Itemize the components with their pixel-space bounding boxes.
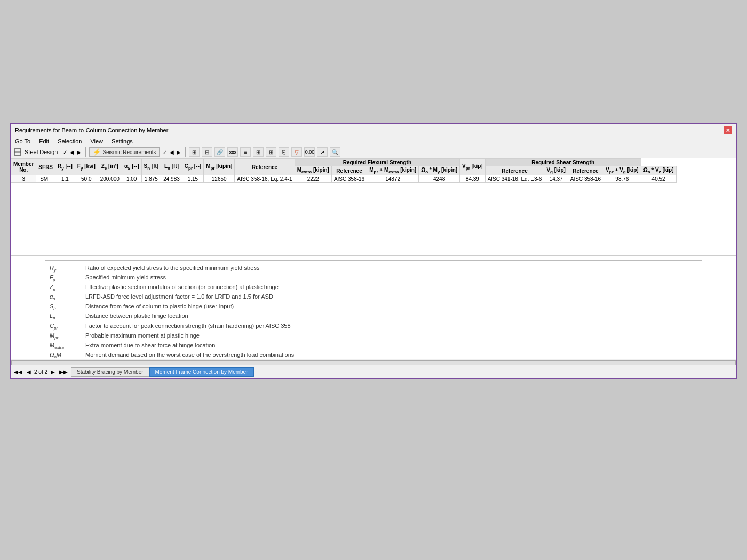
menu-settings[interactable]: Settings xyxy=(112,138,133,145)
col-cpr: Cpr [--] xyxy=(182,159,203,175)
steel-design-icon xyxy=(13,147,22,157)
nav-left2[interactable]: ◀ xyxy=(169,149,175,156)
title-bar: Requirements for Beam-to-Column Connecti… xyxy=(11,124,736,137)
tab-moment-frame[interactable]: Moment Frame Connection by Member xyxy=(149,367,254,377)
col-omega-my: Ωo * My [kipin] xyxy=(419,166,460,175)
menu-view[interactable]: View xyxy=(90,138,103,145)
page-info: 2 of 2 xyxy=(34,369,47,375)
col-shear-group: Required Shear Strength xyxy=(485,159,641,166)
col-mpr: Mpr [kipin] xyxy=(204,159,235,175)
nav-right[interactable]: ▶ xyxy=(76,149,82,156)
cell-mpr-mextra: 14872 xyxy=(367,175,419,183)
legend-item-mextra: Mextra Extra moment due to shear force a… xyxy=(50,342,697,350)
legend-desc-sh: Distance from face of column to plastic … xyxy=(85,303,234,309)
cell-vpr: 84.39 xyxy=(460,175,486,183)
tool-link[interactable]: 🔗 xyxy=(214,147,225,157)
legend-desc-ry: Ratio of expected yield stress to the sp… xyxy=(85,265,259,271)
col-shear-ref: Reference xyxy=(485,166,544,175)
col-mextra: Mextra [kipin] xyxy=(295,166,331,175)
legend-item-sh: Sh Distance from face of column to plast… xyxy=(50,303,697,311)
close-button[interactable]: ✕ xyxy=(724,126,732,134)
tool-arrow[interactable]: ↗ xyxy=(317,147,328,157)
col-fy: Fy [ksi] xyxy=(75,159,98,175)
nav-first[interactable]: ◀◀ xyxy=(13,369,23,375)
nav-next[interactable]: ▶ xyxy=(50,369,56,375)
col-vg-ref2: Reference xyxy=(568,166,603,175)
legend-item-alphas: αs LRFD-ASD force level adjustment facto… xyxy=(50,293,697,301)
tab-stability-bracing[interactable]: Stability Bracing by Member xyxy=(71,367,149,377)
window-title: Requirements for Beam-to-Column Connecti… xyxy=(15,127,168,133)
legend-item-fy: Fy Specified minimum yield stress xyxy=(50,274,697,282)
col-alphas: αS [--] xyxy=(122,159,141,175)
steel-design-label: Steel Design xyxy=(25,149,58,155)
tool-copy2[interactable]: ⊞ xyxy=(253,147,264,157)
menu-selection[interactable]: Selection xyxy=(58,138,82,145)
cell-omega-my: 4248 xyxy=(419,175,460,183)
col-omega-vz: Ωo * Vz [kip] xyxy=(641,166,676,175)
nav-right2[interactable]: ▶ xyxy=(176,149,182,156)
seismic-label: Seismic Requirements xyxy=(102,149,156,155)
cell-sfrs: SMF xyxy=(36,175,55,183)
col-flexural-group: Required Flexural Strength xyxy=(295,159,459,166)
sep2 xyxy=(185,147,186,157)
tool-xxx[interactable]: xxx xyxy=(227,147,238,157)
cell-sh: 1.875 xyxy=(141,175,161,183)
sep1 xyxy=(85,147,86,157)
legend-sym-lh: Lh xyxy=(50,313,79,321)
nav-prev[interactable]: ◀ xyxy=(26,369,32,375)
cell-ze: 200.000 xyxy=(98,175,122,183)
legend-desc-lh: Distance between plastic hinge location xyxy=(85,313,188,319)
tool-paste[interactable]: ⊞ xyxy=(266,147,276,157)
nav-last[interactable]: ▶▶ xyxy=(58,369,69,375)
seismic-icon: ⚡ xyxy=(93,148,101,156)
cell-vg-ref2: AISC 358-16 xyxy=(568,175,603,183)
table-row: 3 SMF 1.1 50.0 200.000 1.00 1.875 24.983… xyxy=(11,175,677,183)
tab-bar: Stability Bracing by Member Moment Frame… xyxy=(71,367,253,377)
data-table: MemberNo. SFRS Ry [--] Fy [ksi] Ze [in³]… xyxy=(11,158,677,183)
tool-grid[interactable]: ⊞ xyxy=(189,147,200,157)
col-member-no: MemberNo. xyxy=(11,159,36,175)
menu-edit[interactable]: Edit xyxy=(39,138,49,145)
legend-item-ze: Ze Effective plastic section modulus of … xyxy=(50,284,697,292)
menu-bar: Go To Edit Selection View Settings xyxy=(11,137,736,146)
cell-member-no: 3 xyxy=(11,175,36,183)
col-vpr-vg: Vpr + Vg [kip] xyxy=(603,166,641,175)
col-flex-ref: Reference xyxy=(331,166,367,175)
col-lh: Lh [ft] xyxy=(161,159,182,175)
legend-area: Ry Ratio of expected yield stress to the… xyxy=(11,255,736,359)
nav-arrows-left: ✓ ◀ ▶ xyxy=(62,149,82,156)
col-ry: Ry [--] xyxy=(55,159,75,175)
legend-item-ry: Ry Ratio of expected yield stress to the… xyxy=(50,265,697,273)
tool-flag[interactable]: ▽ xyxy=(291,147,302,157)
cell-vpr-vg: 98.76 xyxy=(603,175,641,183)
tool-value[interactable]: 0.00 xyxy=(304,147,315,157)
nav-left[interactable]: ◀ xyxy=(69,149,75,156)
nav-check[interactable]: ✓ xyxy=(62,149,68,156)
seismic-requirements-button[interactable]: ⚡ Seismic Requirements xyxy=(89,147,160,157)
nav-check2[interactable]: ✓ xyxy=(162,149,168,156)
col-sfrs: SFRS xyxy=(36,159,55,175)
tool-search[interactable]: 🔍 xyxy=(330,147,340,157)
tool-export[interactable]: ⎘ xyxy=(279,147,289,157)
cell-lh: 24.983 xyxy=(161,175,182,183)
scrollbar-horizontal[interactable] xyxy=(11,360,736,365)
col-vg: Vg [kip] xyxy=(544,166,568,175)
cell-shear-ref: AISC 341-16, Eq. E3-6 xyxy=(485,175,544,183)
col-vpr: Vpr [kip] xyxy=(460,159,486,175)
legend-item-lh: Lh Distance between plastic hinge locati… xyxy=(50,313,697,321)
cell-reference: AISC 358-16, Eq. 2.4-1 xyxy=(235,175,295,183)
table-container[interactable]: MemberNo. SFRS Ry [--] Fy [ksi] Ze [in³]… xyxy=(11,158,736,255)
legend-desc-omegam: Moment demand based on the worst case of… xyxy=(85,351,294,358)
legend-sym-cpr: Cpr xyxy=(50,323,79,331)
cell-cpr: 1.15 xyxy=(182,175,203,183)
legend-item-omegam: ΩoM Moment demand based on the worst cas… xyxy=(50,351,697,359)
legend-desc-mpr: Probable maximum moment at plastic hinge xyxy=(85,332,200,339)
legend-desc-fy: Specified minimum yield stress xyxy=(85,274,166,281)
tool-copy[interactable]: ⊟ xyxy=(202,147,212,157)
legend-box: Ry Ratio of expected yield stress to the… xyxy=(45,260,702,359)
legend-desc-cpr: Factor to account for peak connection st… xyxy=(85,323,291,329)
menu-goto[interactable]: Go To xyxy=(15,138,30,145)
cell-fy: 50.0 xyxy=(75,175,98,183)
legend-sym-mextra: Mextra xyxy=(50,342,79,350)
tool-table[interactable]: ≡ xyxy=(240,147,251,157)
